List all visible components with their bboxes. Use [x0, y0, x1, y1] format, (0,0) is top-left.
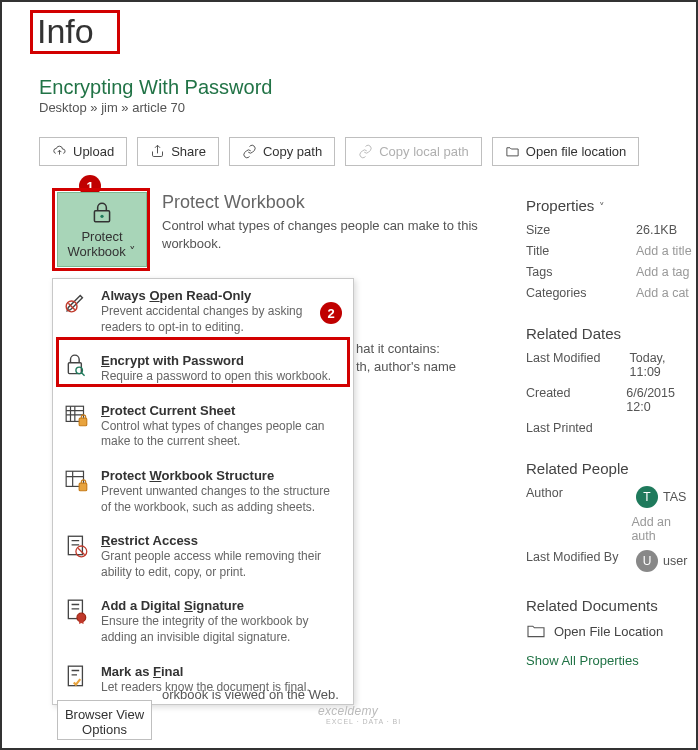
add-author[interactable]: Add an auth	[526, 515, 696, 543]
menu-digital-signature[interactable]: Add a Digital SignatureEnsure the integr…	[53, 589, 353, 654]
avatar: T	[636, 486, 658, 508]
upload-icon	[52, 144, 67, 159]
sheet-lock-icon	[64, 403, 90, 429]
svg-point-1	[100, 215, 103, 218]
protect-desc: Control what types of changes people can…	[162, 217, 492, 252]
date-modified: Last ModifiedToday, 11:09	[526, 351, 696, 379]
upload-button[interactable]: Upload	[39, 137, 127, 166]
prop-categories[interactable]: CategoriesAdd a cat	[526, 286, 696, 300]
link-icon	[358, 144, 373, 159]
properties-panel: Properties ˅ Size26.1KB TitleAdd a title…	[526, 197, 696, 668]
chevron-down-icon: ˅	[599, 201, 605, 213]
protect-workbook-button[interactable]: ProtectWorkbook ˅	[57, 192, 147, 267]
upload-label: Upload	[73, 144, 114, 159]
last-modified-by-row: Last Modified By Uuser	[526, 550, 696, 572]
properties-heading[interactable]: Properties ˅	[526, 197, 696, 214]
final-icon	[64, 664, 90, 690]
lock-icon	[89, 200, 115, 226]
menu-open-read-only[interactable]: Always Open Read-OnlyPrevent accidental …	[53, 279, 353, 344]
workbook-lock-icon	[64, 468, 90, 494]
open-file-location-link[interactable]: Open File Location	[526, 623, 696, 639]
lock-search-icon	[64, 353, 90, 379]
svg-rect-3	[68, 363, 81, 374]
copy-path-label: Copy path	[263, 144, 322, 159]
copy-local-path-button: Copy local path	[345, 137, 482, 166]
related-docs-heading: Related Documents	[526, 597, 696, 614]
toolbar: Upload Share Copy path Copy local path O…	[39, 137, 639, 166]
partial-inspect-text: hat it contains: th, author's name	[356, 340, 456, 376]
author-row: Author TTAS	[526, 486, 696, 508]
menu-restrict-access[interactable]: Restrict AccessGrant people access while…	[53, 524, 353, 589]
protect-section-text: Protect Workbook Control what types of c…	[162, 192, 492, 252]
file-title: Encrypting With Password	[39, 76, 272, 99]
breadcrumb: Desktop » jim » article 70	[39, 100, 185, 115]
share-icon	[150, 144, 165, 159]
restrict-icon	[64, 533, 90, 559]
chevron-down-icon: ˅	[129, 244, 136, 259]
annotation-badge-2: 2	[320, 302, 342, 324]
browser-view-text: orkbook is viewed on the Web.	[162, 687, 412, 702]
menu-protect-sheet[interactable]: Protect Current SheetControl what types …	[53, 394, 353, 459]
protect-heading: Protect Workbook	[162, 192, 492, 213]
pencil-no-icon	[64, 288, 90, 314]
avatar: U	[636, 550, 658, 572]
share-button[interactable]: Share	[137, 137, 219, 166]
share-label: Share	[171, 144, 206, 159]
folder-icon	[526, 623, 546, 639]
menu-protect-structure[interactable]: Protect Workbook StructurePrevent unwant…	[53, 459, 353, 524]
protect-dropdown: Always Open Read-OnlyPrevent accidental …	[52, 278, 354, 705]
certificate-icon	[64, 598, 90, 624]
related-dates-heading: Related Dates	[526, 325, 696, 342]
date-created: Created6/6/2015 12:0	[526, 386, 696, 414]
prop-title[interactable]: TitleAdd a title	[526, 244, 696, 258]
browser-view-options-button[interactable]: Browser ViewOptions	[57, 700, 152, 740]
svg-rect-6	[79, 418, 87, 426]
folder-icon	[505, 144, 520, 159]
page-title: Info	[37, 12, 94, 51]
date-printed: Last Printed	[526, 421, 696, 435]
open-location-label: Open file location	[526, 144, 626, 159]
copy-path-button[interactable]: Copy path	[229, 137, 335, 166]
copy-local-label: Copy local path	[379, 144, 469, 159]
prop-size: Size26.1KB	[526, 223, 696, 237]
svg-rect-8	[79, 483, 87, 491]
watermark-sub: EXCEL · DATA · BI	[326, 718, 401, 725]
link-icon	[242, 144, 257, 159]
open-location-button[interactable]: Open file location	[492, 137, 639, 166]
menu-encrypt-password[interactable]: Encrypt with PasswordRequire a password …	[53, 344, 353, 394]
related-people-heading: Related People	[526, 460, 696, 477]
prop-tags[interactable]: TagsAdd a tag	[526, 265, 696, 279]
show-all-properties-link[interactable]: Show All Properties	[526, 653, 696, 668]
watermark: exceldemy	[318, 704, 378, 718]
